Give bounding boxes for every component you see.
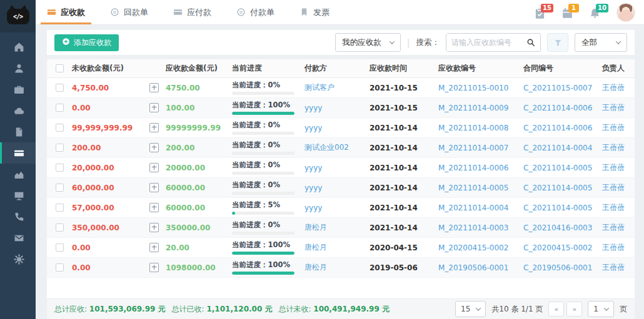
owner-link[interactable]: 王蓓蓓 — [600, 142, 635, 153]
expand-row-button[interactable]: + — [149, 143, 159, 152]
receivable-number-link[interactable]: M_20200415-0002 — [436, 243, 521, 252]
expand-row-button[interactable]: + — [149, 183, 159, 192]
contract-number-link[interactable]: C_20211014-0005 — [521, 184, 600, 192]
row-checkbox[interactable] — [56, 164, 64, 172]
owner-link[interactable]: 王蓓蓓 — [600, 162, 635, 173]
expand-row-button[interactable]: + — [149, 163, 159, 172]
row-checkbox[interactable] — [56, 204, 64, 212]
receivable-amount: 60000.00 — [163, 204, 229, 212]
receivable-number-link[interactable]: M_20190506-0001 — [436, 263, 521, 272]
page-number-select[interactable]: 1 — [588, 301, 614, 317]
owner-link[interactable]: 王蓓蓓 — [600, 82, 635, 93]
sidebar-item-reports[interactable] — [0, 164, 36, 185]
payer-link[interactable]: yyyy — [302, 204, 367, 212]
payer-link[interactable]: yyyy — [302, 124, 367, 132]
payer-link[interactable]: 唐松月 — [302, 242, 367, 253]
page-size-select[interactable]: 15 — [455, 301, 486, 317]
prev-page-button[interactable]: « — [548, 302, 564, 317]
receivable-number-link[interactable]: M_20211014-0008 — [436, 124, 521, 132]
expand-row-button[interactable]: + — [149, 123, 159, 132]
contract-number-link[interactable]: C_20211014-0006 — [521, 124, 600, 132]
contract-number-link[interactable]: C_20211014-0005 — [521, 204, 600, 212]
sidebar-item-messages[interactable] — [0, 227, 36, 248]
progress-cell: 当前进度：0% — [229, 220, 302, 235]
top-navigation: 应收款回款单应付款付款单发票 15110 — [36, 0, 644, 25]
expand-row-button[interactable]: + — [149, 223, 159, 232]
tab-3[interactable]: 应付款 — [173, 0, 211, 24]
row-checkbox[interactable] — [56, 84, 64, 92]
tab-2[interactable]: 回款单 — [110, 0, 148, 24]
sidebar-item-calls[interactable] — [0, 206, 36, 227]
sidebar-item-contacts[interactable] — [0, 57, 36, 79]
payer-link[interactable]: yyyy — [302, 164, 367, 172]
owner-link[interactable]: 王蓓蓓 — [600, 182, 635, 193]
expand-row-button[interactable]: + — [149, 243, 159, 252]
contract-number-link[interactable]: C_20211014-0004 — [521, 144, 600, 152]
tab-5[interactable]: 发票 — [299, 0, 330, 24]
next-page-button[interactable]: » — [566, 302, 582, 317]
sidebar-item-customers[interactable] — [0, 100, 36, 121]
filter-funnel-button[interactable] — [547, 33, 568, 52]
receivable-number-link[interactable]: M_20211014-0009 — [436, 104, 521, 112]
expand-row-button[interactable]: + — [149, 263, 159, 272]
progress-fill — [232, 272, 294, 275]
unpaid-amount: 60,000.00 — [69, 184, 147, 192]
tab-1[interactable]: 应收款 — [47, 0, 85, 24]
payer-link[interactable]: 测试客户 — [302, 82, 367, 93]
sidebar-item-home[interactable] — [0, 36, 36, 57]
row-checkbox-cell — [47, 263, 69, 272]
tab-4[interactable]: 付款单 — [236, 0, 274, 24]
home-icon — [14, 42, 24, 52]
clipboard-check-button[interactable]: 15 — [534, 5, 548, 20]
contract-number-link[interactable]: C_20211015-0007 — [521, 84, 600, 92]
owner-link[interactable]: 王蓓蓓 — [600, 202, 635, 213]
receivable-number-link[interactable]: M_20211014-0007 — [436, 144, 521, 152]
sidebar-item-finance[interactable] — [0, 142, 36, 164]
row-checkbox[interactable] — [56, 124, 64, 132]
contract-number-link[interactable]: C_20211014-0006 — [521, 104, 600, 112]
receivable-number-link[interactable]: M_20211014-0005 — [436, 184, 521, 192]
sidebar-item-settings[interactable] — [0, 248, 36, 270]
contract-number-link[interactable]: C_20210416-0003 — [521, 223, 600, 232]
expand-row-button[interactable]: + — [149, 83, 159, 92]
receivable-number-link[interactable]: M_20211014-0004 — [436, 204, 521, 212]
app-logo[interactable]: </> — [0, 0, 36, 32]
select-all-checkbox[interactable] — [56, 64, 64, 72]
owner-link[interactable]: 王蓓蓓 — [600, 102, 635, 113]
receivable-number-link[interactable]: M_20211014-0003 — [436, 223, 521, 232]
receivable-number-link[interactable]: M_20211014-0006 — [436, 164, 521, 172]
expand-cell: + — [147, 203, 163, 212]
status-select[interactable]: 全部 — [575, 33, 627, 52]
payer-link[interactable]: 唐松月 — [302, 222, 367, 233]
user-avatar[interactable] — [616, 3, 635, 22]
contract-number-link[interactable]: C_20190506-0001 — [521, 263, 600, 272]
add-receivable-button[interactable]: 添加应收款 — [54, 34, 119, 51]
expand-row-button[interactable]: + — [149, 203, 159, 212]
contract-number-link[interactable]: C_20200415-0002 — [521, 243, 600, 252]
row-checkbox[interactable] — [56, 184, 64, 192]
owner-link[interactable]: 王蓓蓓 — [600, 262, 635, 273]
owner-link[interactable]: 王蓓蓓 — [600, 222, 635, 233]
expand-row-button[interactable]: + — [149, 103, 159, 112]
row-checkbox[interactable] — [56, 104, 64, 112]
scope-select[interactable]: 我的应收款 — [335, 33, 401, 52]
bell-button[interactable]: 10 — [589, 5, 603, 20]
sidebar-item-documents[interactable] — [0, 121, 36, 142]
sidebar-item-workstation[interactable] — [0, 185, 36, 206]
row-checkbox[interactable] — [56, 243, 64, 252]
owner-link[interactable]: 王蓓蓓 — [600, 242, 635, 253]
search-icon[interactable] — [521, 34, 540, 51]
row-checkbox[interactable] — [56, 263, 64, 272]
row-checkbox[interactable] — [56, 223, 64, 232]
payer-link[interactable]: yyyy — [302, 184, 367, 192]
payer-link[interactable]: 唐松月 — [302, 262, 367, 273]
search-input[interactable] — [446, 34, 521, 51]
receivable-number-link[interactable]: M_20211015-0010 — [436, 84, 521, 92]
payer-link[interactable]: yyyy — [302, 104, 367, 112]
row-checkbox[interactable] — [56, 144, 64, 152]
sidebar-item-business[interactable] — [0, 79, 36, 100]
contract-number-link[interactable]: C_20211014-0005 — [521, 164, 600, 172]
payer-link[interactable]: 测试企业002 — [302, 142, 367, 153]
calendar-button[interactable]: 1 — [561, 5, 575, 20]
owner-link[interactable]: 王蓓蓓 — [600, 122, 635, 133]
